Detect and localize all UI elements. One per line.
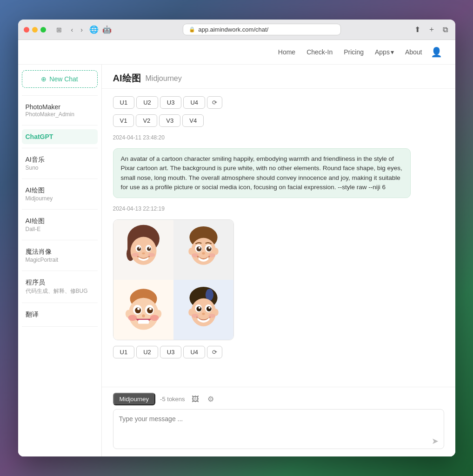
svg-point-39 [142,314,145,317]
traffic-lights [24,27,46,33]
top-v4-button[interactable]: V4 [182,114,204,127]
message-input-area: ➤ [113,409,444,451]
grid-cell-3[interactable] [113,280,173,340]
svg-point-27 [208,253,215,258]
svg-point-12 [132,253,139,257]
maximize-button[interactable] [40,27,46,33]
top-u3-button[interactable]: U3 [160,96,182,109]
top-v2-button[interactable]: V2 [136,114,157,127]
svg-point-57 [208,314,215,318]
svg-point-38 [149,308,151,310]
sidebar-item-magicportrait[interactable]: 魔法肖像 MagicPortrait [22,244,98,267]
favicon-globe: 🌐 [89,25,99,34]
top-v1-button[interactable]: V1 [113,114,134,127]
nav-checkin[interactable]: Check-In [302,46,337,58]
apps-label: Apps [375,48,390,56]
image-grid [113,220,233,340]
sidebar-item-name-programmer: 程序员 [26,278,94,287]
sidebar-item-photomaker[interactable]: PhotoMaker PhotoMaker_Admin [22,99,98,121]
favicon-ai: 🤖 [102,25,112,34]
sidebar-item-programmer[interactable]: 程序员 代码生成、解释、修BUG [22,275,98,299]
nav-home[interactable]: Home [273,46,300,58]
sidebar-item-chatgpt[interactable]: ChatGPT [22,129,98,144]
chat-header: AI绘图 Midjourney [102,65,455,89]
toolbar-icons: ⬆ ＋ ⧉ [413,24,450,35]
main-layout: ⊕ New Chat PhotoMaker PhotoMaker_Admin C… [18,65,455,456]
sidebar-item-name-magicportrait: 魔法肖像 [26,248,94,256]
nav-about[interactable]: About [400,46,427,58]
send-button[interactable]: ➤ [432,436,439,446]
top-u1-button[interactable]: U1 [113,96,135,109]
model-toolbar: Midjourney -5 tokens 🖼 ⚙ [113,393,444,405]
image-upload-button[interactable]: 🖼 [190,394,201,404]
grid-cell-2[interactable] [173,220,233,280]
sidebar-item-sub-aidraw-mj: Midjourney [26,195,94,202]
address-bar[interactable]: 🔒 app.aimindwork.com/chat/ [183,24,341,35]
sidebar-toggle-button[interactable]: ⊞ [53,25,65,34]
sidebar-divider-5 [22,209,98,210]
plus-icon: ⊕ [41,75,47,83]
sidebar-item-name-chatgpt: ChatGPT [26,133,94,140]
timestamp-2: 2024-04-13 22:12:19 [113,205,444,212]
sidebar-item-name-aimusic: AI音乐 [26,156,94,164]
sidebar-item-sub-magicportrait: MagicPortrait [26,257,94,263]
user-icon-button[interactable]: 👤 [429,46,444,59]
lock-icon: 🔒 [189,26,195,33]
sidebar-divider-6 [22,240,98,240]
browser-window: ⊞ ‹ › 🌐 🤖 🔒 app.aimindwork.com/chat/ ⬆ ＋… [18,20,455,456]
svg-rect-40 [138,320,149,324]
settings-button[interactable]: ⚙ [206,394,216,404]
svg-point-25 [202,252,205,254]
back-button[interactable]: ‹ [68,25,76,34]
svg-point-53 [198,307,200,309]
bottom-u1-button[interactable]: U1 [113,346,135,358]
sidebar-divider-3 [22,148,98,148]
svg-point-54 [208,307,210,309]
sidebar-item-name-aidraw-mj: AI绘图 [26,186,94,195]
sidebar-item-translate[interactable]: 翻译 [22,307,98,323]
svg-point-42 [150,315,159,321]
timestamp-1: 2024-04-11 23:48:20 [113,134,444,141]
sidebar-item-sub-aimusic: Suno [26,165,94,171]
sidebar-item-aidraw-dalle[interactable]: AI绘图 Dall-E [22,213,98,236]
chat-messages: U1 U2 U3 U4 ⟳ V1 V2 V3 V4 2024-04-11 23:… [102,89,455,387]
grid-cell-4[interactable] [173,280,233,340]
app-navbar: Home Check-In Pricing Apps ▾ About 👤 [18,40,455,65]
browser-titlebar: ⊞ ‹ › 🌐 🤖 🔒 app.aimindwork.com/chat/ ⬆ ＋… [18,20,455,40]
sidebar-item-sub-photomaker: PhotoMaker_Admin [26,111,94,118]
top-u2-button[interactable]: U2 [136,96,158,109]
svg-point-37 [137,308,140,310]
sidebar-item-aimusic[interactable]: AI音乐 Suno [22,152,98,175]
top-v3-button[interactable]: V3 [159,114,180,127]
svg-point-18 [213,248,219,255]
new-chat-button[interactable]: ⊕ New Chat [22,70,98,88]
minimize-button[interactable] [32,27,38,33]
bottom-refresh-button[interactable]: ⟳ [207,346,222,358]
message-input[interactable] [113,409,444,449]
image-grid-container [113,219,234,340]
forward-button[interactable]: › [78,25,86,34]
svg-point-13 [148,253,155,257]
bottom-u3-button[interactable]: U3 [160,346,182,358]
app-content: Home Check-In Pricing Apps ▾ About 👤 ⊕ N… [18,40,455,456]
nav-pricing[interactable]: Pricing [339,46,368,58]
nav-apps[interactable]: Apps ▾ [370,46,399,58]
bottom-u4-button[interactable]: U4 [183,346,205,358]
grid-cell-1[interactable] [113,220,173,280]
chat-area: AI绘图 Midjourney U1 U2 U3 U4 ⟳ V1 [102,65,455,456]
close-button[interactable] [24,27,29,33]
sidebar-item-sub-aidraw-dalle: Dall-E [26,226,94,232]
svg-point-11 [142,252,145,254]
top-u4-button[interactable]: U4 [183,96,205,109]
sidebar: ⊕ New Chat PhotoMaker PhotoMaker_Admin C… [18,65,102,456]
tabs-button[interactable]: ⧉ [441,25,450,35]
svg-point-55 [202,312,205,315]
new-tab-button[interactable]: ＋ [426,24,437,35]
top-refresh-button[interactable]: ⟳ [207,96,222,109]
new-chat-label: New Chat [49,75,78,83]
share-button[interactable]: ⬆ [413,24,422,35]
bottom-u2-button[interactable]: U2 [136,346,158,358]
token-info: -5 tokens [160,396,185,403]
model-tag-button[interactable]: Midjourney [113,393,156,405]
sidebar-item-aidraw-mj[interactable]: AI绘图 Midjourney [22,183,98,205]
